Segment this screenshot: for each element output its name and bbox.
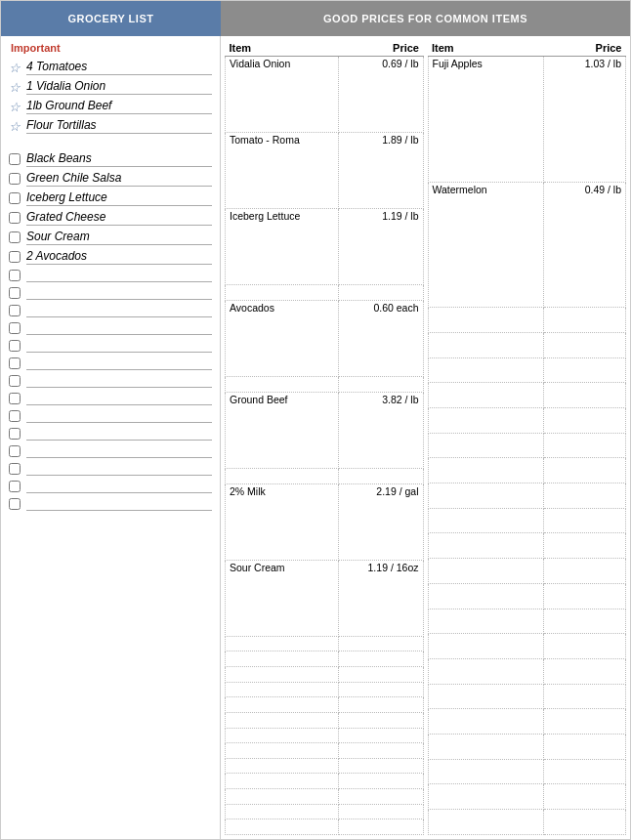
star-item-text: 1 Vidalia Onion bbox=[26, 79, 212, 95]
checkbox-input[interactable] bbox=[9, 287, 21, 299]
price-value-cell: 0.49 / lb bbox=[543, 182, 625, 308]
table-row bbox=[226, 804, 424, 819]
important-label: Important bbox=[11, 42, 212, 54]
price-item-cell bbox=[428, 784, 543, 810]
price-value-cell bbox=[543, 784, 625, 810]
checkbox-item-text bbox=[26, 374, 212, 388]
checkbox-input[interactable] bbox=[9, 212, 21, 224]
price-value-cell bbox=[338, 758, 423, 774]
table-row: Vidalia Onion0.69 / lb bbox=[226, 57, 424, 133]
price-item-cell: 2% Milk bbox=[226, 483, 339, 560]
checkbox-input[interactable] bbox=[9, 251, 21, 263]
header-row: GROCERY LIST GOOD PRICES FOR COMMON ITEM… bbox=[1, 1, 630, 36]
price-value-cell bbox=[543, 634, 625, 659]
checkbox-input[interactable] bbox=[9, 375, 21, 387]
price-table-right-item-header: Item bbox=[428, 40, 543, 57]
table-row: Sour Cream1.19 / 16oz bbox=[226, 560, 424, 636]
price-value-cell bbox=[338, 667, 423, 683]
price-value-cell bbox=[338, 774, 423, 789]
checkbox-input[interactable] bbox=[9, 481, 21, 492]
table-row: Fuji Apples1.03 / lb bbox=[428, 57, 626, 183]
table-row bbox=[428, 458, 626, 483]
table-row bbox=[428, 609, 626, 634]
main-content: Important ☆4 Tomatoes☆1 Vidalia Onion☆1l… bbox=[1, 36, 630, 839]
price-item-cell bbox=[428, 658, 543, 684]
table-row bbox=[226, 377, 424, 393]
checkbox-item bbox=[9, 478, 212, 495]
price-table-right-price-header: Price bbox=[543, 40, 625, 57]
table-row bbox=[226, 758, 424, 774]
checkbox-item: Green Chile Salsa bbox=[9, 169, 212, 189]
checkbox-input[interactable] bbox=[9, 322, 21, 334]
left-panel: Important ☆4 Tomatoes☆1 Vidalia Onion☆1l… bbox=[1, 36, 221, 839]
table-row bbox=[226, 697, 424, 713]
checkbox-input[interactable] bbox=[9, 192, 21, 204]
table-row bbox=[428, 784, 626, 810]
checkbox-item: 2 Avocados bbox=[9, 247, 212, 267]
checkbox-item bbox=[9, 355, 212, 372]
price-value-cell bbox=[338, 804, 423, 819]
checkbox-input[interactable] bbox=[9, 445, 21, 457]
checkbox-item: Grated Cheese bbox=[9, 208, 212, 228]
checkbox-input[interactable] bbox=[9, 393, 21, 404]
checkbox-input[interactable] bbox=[9, 498, 21, 510]
star-item: ☆1 Vidalia Onion bbox=[9, 77, 212, 97]
checkbox-input[interactable] bbox=[9, 428, 21, 440]
checkbox-input[interactable] bbox=[9, 305, 21, 316]
star-icon: ☆ bbox=[9, 80, 21, 95]
checkbox-input[interactable] bbox=[9, 153, 21, 165]
table-row bbox=[428, 709, 626, 735]
checkbox-items-container: Black BeansGreen Chile SalsaIceberg Lett… bbox=[9, 149, 212, 513]
checkbox-item-text bbox=[26, 304, 212, 317]
checkbox-input[interactable] bbox=[9, 340, 21, 352]
price-item-cell: Iceberg Lettuce bbox=[226, 209, 339, 285]
price-value-cell bbox=[543, 508, 625, 533]
price-table-left-price-header: Price bbox=[338, 40, 423, 57]
checkbox-item-text bbox=[26, 321, 212, 335]
left-header-title: GROCERY LIST bbox=[68, 13, 154, 24]
table-row: Avocados0.60 each bbox=[226, 301, 424, 377]
checkbox-input[interactable] bbox=[9, 410, 21, 422]
checkbox-item-text: Iceberg Lettuce bbox=[26, 190, 212, 206]
price-item-cell bbox=[428, 634, 543, 659]
checkbox-input[interactable] bbox=[9, 463, 21, 475]
checkbox-input[interactable] bbox=[9, 173, 21, 185]
table-row: 2% Milk2.19 / gal bbox=[226, 483, 424, 560]
checkbox-item-text: Green Chile Salsa bbox=[26, 171, 212, 187]
table-row bbox=[226, 728, 424, 743]
price-value-cell bbox=[543, 533, 625, 559]
checkbox-input[interactable] bbox=[9, 357, 21, 369]
table-row bbox=[226, 819, 424, 835]
price-value-cell: 1.19 / 16oz bbox=[338, 560, 423, 636]
price-value-cell bbox=[338, 285, 423, 301]
price-item-cell: Ground Beef bbox=[226, 392, 339, 468]
checkbox-input[interactable] bbox=[9, 231, 21, 243]
price-item-cell bbox=[226, 468, 339, 483]
table-row bbox=[226, 651, 424, 667]
price-item-cell bbox=[226, 682, 339, 697]
price-value-cell bbox=[338, 789, 423, 805]
price-item-cell bbox=[226, 758, 339, 774]
important-section: Important ☆4 Tomatoes☆1 Vidalia Onion☆1l… bbox=[9, 42, 212, 136]
price-value-cell bbox=[543, 383, 625, 408]
table-row bbox=[428, 332, 626, 357]
price-item-cell bbox=[226, 712, 339, 728]
checkbox-item bbox=[9, 460, 212, 478]
price-item-cell bbox=[226, 651, 339, 667]
prices-table-container: Item Price Vidalia Onion0.69 / lbTomato … bbox=[225, 40, 626, 835]
price-table-left-body: Vidalia Onion0.69 / lbTomato - Roma1.89 … bbox=[226, 57, 424, 835]
checkbox-item bbox=[9, 442, 212, 460]
checkbox-item-text: Grated Cheese bbox=[26, 210, 212, 226]
right-header: GOOD PRICES FOR COMMON ITEMS bbox=[221, 1, 630, 36]
checkbox-item-text: Sour Cream bbox=[26, 230, 212, 245]
star-item: ☆1lb Ground Beef bbox=[9, 97, 212, 116]
table-row: Tomato - Roma1.89 / lb bbox=[226, 133, 424, 209]
checkbox-item bbox=[9, 284, 212, 302]
price-value-cell bbox=[338, 697, 423, 713]
checkbox-input[interactable] bbox=[9, 270, 21, 281]
price-value-cell bbox=[543, 308, 625, 333]
price-item-cell: Sour Cream bbox=[226, 560, 339, 636]
table-row bbox=[428, 684, 626, 709]
checkbox-item bbox=[9, 267, 212, 284]
table-row bbox=[428, 583, 626, 609]
